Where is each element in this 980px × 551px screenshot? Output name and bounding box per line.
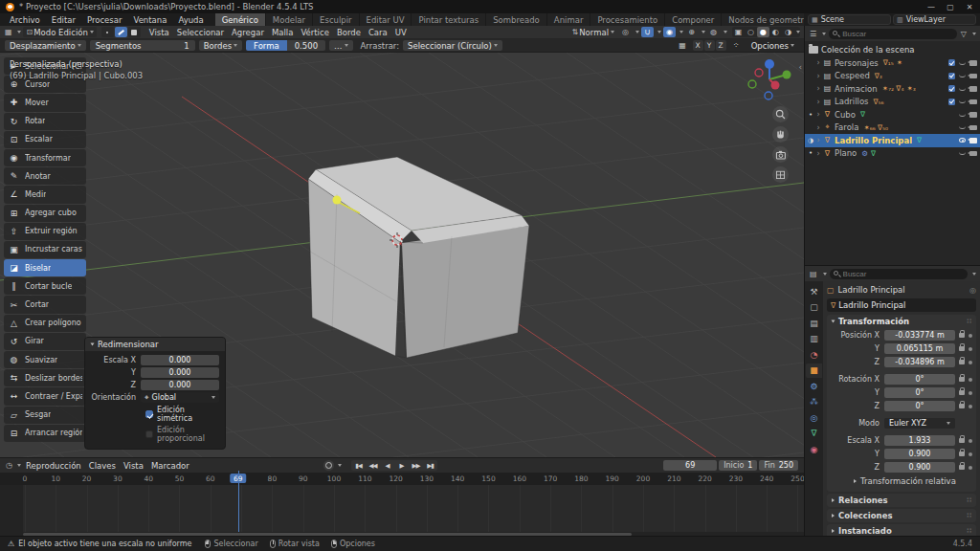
viewport-menu-item[interactable]: UV bbox=[391, 28, 411, 37]
tool-button[interactable]: ⇆ Deslizar bordes bbox=[4, 369, 86, 386]
lock-icon[interactable] bbox=[959, 390, 965, 395]
workspace-tab[interactable]: Procesamiento bbox=[590, 13, 665, 26]
collection-checkbox[interactable] bbox=[948, 73, 955, 79]
checkbox-row[interactable]: Edición simétrica bbox=[145, 406, 219, 423]
checkbox-row[interactable]: Edición proporcional bbox=[145, 426, 219, 443]
timeline-menu-item[interactable]: Vista bbox=[121, 460, 146, 471]
visibility-eye-icon[interactable] bbox=[959, 74, 966, 77]
segments-field[interactable]: Segmentos 1 bbox=[90, 40, 195, 51]
gizmos-button[interactable]: ⊕ bbox=[685, 27, 698, 37]
properties-search-input[interactable] bbox=[830, 269, 968, 279]
render-camera-icon[interactable] bbox=[969, 125, 977, 131]
animate-dot-icon[interactable] bbox=[969, 439, 972, 443]
transform-value-field[interactable]: -0.033774 m bbox=[884, 330, 955, 341]
outliner-row[interactable]: › ▤ Personajes ∇₁₅ ✶ bbox=[805, 56, 980, 70]
outliner-row[interactable]: • › ∇ Cubo ∇ bbox=[805, 108, 980, 121]
render-camera-icon[interactable] bbox=[969, 60, 977, 66]
disclosure-icon[interactable]: › bbox=[814, 58, 822, 67]
timeline-scrollbar[interactable] bbox=[0, 532, 804, 536]
disclosure-icon[interactable]: › bbox=[814, 149, 822, 158]
scale-value-field[interactable]: 0.000 bbox=[141, 367, 219, 378]
lock-icon[interactable] bbox=[959, 346, 965, 351]
material-shading-button[interactable]: ◐ bbox=[769, 27, 782, 37]
disclosure-icon[interactable]: › bbox=[814, 98, 822, 106]
gizmo-z-neg[interactable] bbox=[765, 92, 772, 99]
playback-button[interactable]: ◀◀ bbox=[366, 460, 380, 471]
playback-button[interactable]: ▮◀ bbox=[351, 460, 366, 471]
render-camera-icon[interactable] bbox=[969, 99, 977, 105]
tool-button[interactable]: ↺ Girar bbox=[4, 333, 86, 350]
tool-button[interactable]: ✚ Mover bbox=[4, 94, 86, 111]
tool-button[interactable]: ⊕ Cursor bbox=[4, 76, 86, 93]
scale-value-field[interactable]: 0.000 bbox=[141, 355, 219, 365]
outliner-editor-icon[interactable]: ☰ bbox=[809, 30, 817, 38]
pin-icon[interactable]: ◎ bbox=[969, 286, 976, 295]
close-button[interactable]: ✕ bbox=[965, 3, 974, 11]
viewport-menu-item[interactable]: Borde bbox=[333, 28, 365, 37]
transform-value-field[interactable]: -0.034896 m bbox=[884, 357, 955, 367]
properties-tab[interactable]: ◎ bbox=[806, 410, 822, 425]
current-frame-badge[interactable]: 69 bbox=[230, 474, 247, 483]
tool-button[interactable]: ↔ Contraer / Expa… bbox=[4, 387, 86, 405]
collection-checkbox[interactable] bbox=[948, 99, 955, 105]
render-camera-icon[interactable] bbox=[969, 86, 977, 92]
menu-item[interactable]: Archivo bbox=[4, 15, 46, 25]
playback-button[interactable]: ▶▮ bbox=[423, 460, 437, 471]
animate-dot-icon[interactable] bbox=[969, 466, 972, 470]
animate-dot-icon[interactable] bbox=[969, 391, 972, 395]
tool-button[interactable]: ◍ Suavizar bbox=[4, 351, 86, 368]
scene-selector[interactable]: ▦ Scene bbox=[808, 14, 891, 25]
end-frame-field[interactable]: Fin 250 bbox=[759, 460, 798, 471]
visibility-eye-icon[interactable] bbox=[959, 113, 966, 117]
gizmo-x-axis[interactable] bbox=[771, 81, 780, 90]
timeline-menu-item[interactable]: Reproducción bbox=[23, 460, 84, 471]
outliner-row[interactable]: › ⌖ Farola ✶₆₆ ∇₅₀ bbox=[805, 121, 980, 135]
more-options-dropdown[interactable]: … bbox=[329, 40, 353, 51]
animate-dot-icon[interactable] bbox=[969, 334, 972, 338]
properties-tab[interactable]: ⚒ bbox=[806, 284, 822, 298]
xray-toggle-button[interactable]: ▣ bbox=[732, 27, 745, 37]
drag-mode-dropdown[interactable]: Seleccionar (Círculo) bbox=[403, 40, 502, 51]
transform-value-field[interactable]: 0° bbox=[884, 401, 955, 411]
checkbox[interactable] bbox=[145, 410, 153, 418]
viewlayer-selector[interactable]: ▥ ViewLayer bbox=[893, 14, 976, 25]
visibility-eye-icon[interactable] bbox=[959, 61, 966, 65]
visibility-eye-icon[interactable] bbox=[959, 125, 966, 129]
properties-tab[interactable]: ▥ bbox=[806, 332, 822, 346]
viewport-menu-item[interactable]: Cara bbox=[365, 28, 391, 37]
workspace-tab[interactable]: Animar bbox=[547, 13, 591, 26]
workspace-tab[interactable]: Editar UV bbox=[360, 13, 412, 26]
viewport-menu-item[interactable]: Malla bbox=[268, 28, 297, 37]
solid-shading-button[interactable]: ● bbox=[757, 27, 769, 37]
face-select-button[interactable] bbox=[128, 27, 141, 37]
shape-widget[interactable]: Forma 0.500 bbox=[246, 40, 325, 51]
outliner-row[interactable]: › ▤ Animacion ✶₇₂ ∇₄ ✶₃ bbox=[805, 82, 980, 96]
scale-value-field[interactable]: 0.000 bbox=[141, 380, 219, 390]
tool-button[interactable]: ✎ Anotar bbox=[4, 167, 86, 185]
properties-tab[interactable]: ◉ bbox=[806, 442, 822, 456]
snap-to-icon[interactable]: ⁘ bbox=[730, 40, 743, 51]
wireframe-shading-button[interactable]: ○ bbox=[745, 27, 757, 37]
properties-tab[interactable]: ▤ bbox=[806, 316, 822, 330]
collapsed-panel[interactable]: Relaciones ∷ bbox=[827, 494, 976, 507]
transform-value-field[interactable]: 0.065115 m bbox=[884, 343, 955, 354]
scene-collection-row[interactable]: Colección de la escena bbox=[805, 43, 980, 56]
mode-dropdown[interactable]: ⊡ Modo Edición bbox=[23, 27, 97, 37]
snap-magnet-button[interactable]: ⊃ bbox=[641, 27, 654, 37]
disclosure-icon[interactable]: › bbox=[814, 72, 822, 80]
operator-panel-header[interactable]: Redimensionar bbox=[85, 338, 225, 351]
gizmo-z-axis[interactable] bbox=[765, 59, 774, 69]
tool-button[interactable]: △ Crear polígono bbox=[4, 315, 86, 332]
mirror-axis-button[interactable]: Y bbox=[704, 40, 715, 51]
mirror-axis-button[interactable]: X bbox=[693, 40, 703, 51]
animate-dot-icon[interactable] bbox=[969, 452, 972, 456]
menu-item[interactable]: Ventana bbox=[127, 15, 172, 25]
viewport-menu-item[interactable]: Agregar bbox=[228, 28, 268, 37]
collapsed-panel[interactable]: Colecciones ∷ bbox=[827, 509, 976, 522]
camera-view-button[interactable] bbox=[772, 146, 789, 163]
lock-icon[interactable] bbox=[959, 377, 965, 382]
lock-icon[interactable] bbox=[959, 452, 965, 456]
gizmo-y-neg[interactable] bbox=[748, 80, 756, 88]
outliner-row[interactable]: ◑ › ∇ Ladrillo Principal ∇ bbox=[805, 134, 980, 147]
disclosure-icon[interactable]: › bbox=[814, 84, 822, 93]
